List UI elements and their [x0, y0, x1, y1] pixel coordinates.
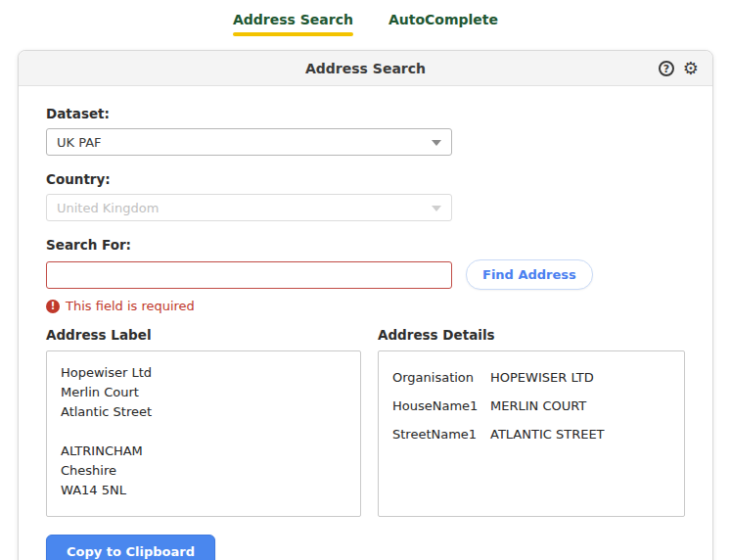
- search-row: Find Address: [46, 259, 685, 290]
- country-field-group: Country: United Kingdom: [46, 171, 685, 221]
- country-label: Country:: [46, 171, 685, 187]
- search-for-label: Search For:: [46, 237, 685, 253]
- dataset-label: Dataset:: [46, 106, 685, 121]
- address-line: Merlin Court: [61, 383, 346, 402]
- results-columns: Address Label Hopewiser Ltd Merlin Court…: [46, 327, 685, 517]
- panel-title: Address Search: [305, 61, 426, 76]
- table-row: StreetName1 ATLANTIC STREET: [392, 420, 670, 448]
- table-row: Organisation HOPEWISER LTD: [392, 363, 670, 392]
- error-message: This field is required: [66, 299, 195, 313]
- tab-address-search-label: Address Search: [233, 12, 353, 27]
- top-tabs: Address Search AutoComplete: [0, 0, 731, 36]
- address-label-section: Address Label Hopewiser Ltd Merlin Court…: [46, 327, 361, 517]
- tab-autocomplete[interactable]: AutoComplete: [388, 12, 498, 36]
- address-search-panel: Address Search ? ⚙ Dataset: UK PAF Count…: [18, 50, 713, 560]
- address-line: WA14 5NL: [61, 481, 346, 500]
- address-details-box: Organisation HOPEWISER LTD HouseName1 ME…: [378, 350, 685, 517]
- chevron-down-icon: [432, 140, 441, 146]
- help-icon[interactable]: ?: [659, 61, 674, 76]
- details-field-name: HouseName1: [392, 398, 490, 413]
- country-select: United Kingdom: [46, 194, 452, 221]
- gear-icon[interactable]: ⚙: [683, 60, 699, 77]
- details-field-value: HOPEWISER LTD: [490, 370, 594, 385]
- dataset-select[interactable]: UK PAF: [46, 128, 452, 156]
- address-details-section: Address Details Organisation HOPEWISER L…: [378, 327, 685, 517]
- search-error: ! This field is required: [46, 299, 685, 313]
- chevron-down-icon: [432, 206, 441, 211]
- address-details-heading: Address Details: [378, 327, 685, 343]
- panel-body: Dataset: UK PAF Country: United Kingdom …: [19, 86, 712, 560]
- details-field-value: MERLIN COURT: [490, 398, 586, 413]
- active-tab-underline: [233, 32, 353, 36]
- address-line: ALTRINCHAM: [61, 442, 346, 461]
- address-line: [61, 422, 346, 442]
- find-address-button[interactable]: Find Address: [466, 259, 593, 290]
- tab-autocomplete-label: AutoComplete: [388, 12, 498, 27]
- inactive-tab-underline: [388, 32, 498, 36]
- tab-address-search[interactable]: Address Search: [233, 12, 353, 36]
- table-row: HouseName1 MERLIN COURT: [392, 392, 670, 420]
- copy-to-clipboard-button[interactable]: Copy to Clipboard: [46, 535, 215, 560]
- address-label-heading: Address Label: [46, 327, 361, 343]
- details-field-name: Organisation: [392, 370, 490, 385]
- country-selected-value: United Kingdom: [57, 201, 159, 215]
- details-field-value: ATLANTIC STREET: [490, 427, 605, 442]
- address-line: Cheshire: [61, 461, 346, 481]
- error-icon: !: [46, 300, 60, 313]
- details-field-name: StreetName1: [392, 427, 490, 442]
- address-label-box: Hopewiser Ltd Merlin Court Atlantic Stre…: [46, 350, 361, 517]
- panel-header-icons: ? ⚙: [659, 51, 699, 86]
- address-line: Atlantic Street: [61, 402, 346, 422]
- dataset-field-group: Dataset: UK PAF: [46, 106, 685, 156]
- dataset-selected-value: UK PAF: [57, 135, 102, 150]
- search-field-group: Search For: Find Address ! This field is…: [46, 237, 685, 313]
- panel-header: Address Search ? ⚙: [19, 51, 712, 86]
- search-input[interactable]: [46, 261, 452, 289]
- address-line: Hopewiser Ltd: [61, 363, 346, 383]
